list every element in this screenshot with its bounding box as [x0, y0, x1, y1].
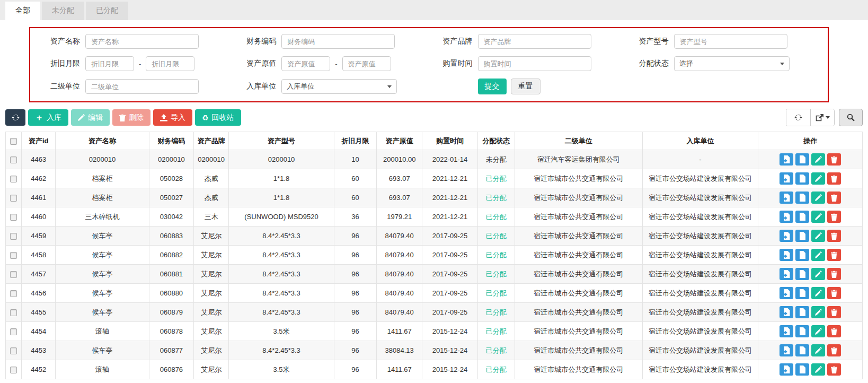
tab-assigned[interactable]: 已分配 [86, 2, 128, 20]
detail-row-button[interactable] [795, 287, 809, 299]
add-storage-button[interactable]: ＋入库 [28, 109, 68, 126]
recycle-bin-button[interactable]: ♻回收站 [195, 109, 241, 126]
edit-row-button[interactable] [811, 325, 825, 337]
detail-row-button[interactable] [795, 172, 809, 185]
cell-storage_unit: 宿迁市公交场站建设发展有限公司 [642, 169, 758, 188]
reset-button[interactable]: 重置 [511, 79, 541, 94]
row-checkbox[interactable] [10, 252, 17, 259]
trash-icon [831, 156, 837, 163]
delete-row-button[interactable] [827, 268, 841, 280]
tab-unassigned[interactable]: 未分配 [42, 2, 84, 20]
delete-row-button[interactable] [827, 211, 841, 223]
edit-button[interactable]: 编辑 [71, 109, 110, 126]
detail-row-button[interactable] [795, 153, 809, 166]
file-export-icon [783, 175, 790, 182]
edit-row-button[interactable] [811, 230, 825, 242]
purchase-time-input[interactable] [478, 56, 591, 71]
detail-row-button[interactable] [795, 363, 809, 376]
delete-button[interactable]: 删除 [112, 109, 150, 126]
table-export-button[interactable] [810, 109, 834, 126]
copy-row-button[interactable] [780, 287, 793, 299]
detail-row-button[interactable] [795, 249, 809, 261]
row-checkbox[interactable] [10, 271, 17, 278]
copy-row-button[interactable] [780, 172, 793, 185]
delete-row-button[interactable] [827, 192, 841, 204]
cell-storage_unit: 宿迁市公交场站建设发展有限公司 [642, 207, 758, 227]
copy-row-button[interactable] [780, 325, 793, 337]
row-checkbox[interactable] [10, 176, 17, 182]
copy-row-button[interactable] [780, 268, 793, 280]
file-export-icon [783, 365, 790, 373]
finance-code-input[interactable] [281, 34, 395, 49]
storage-unit-select[interactable]: 入库单位 [281, 79, 397, 94]
depreciation-max-input[interactable] [146, 56, 194, 71]
cell-original_value: 693.07 [377, 188, 422, 207]
copy-row-button[interactable] [780, 211, 793, 223]
delete-row-button[interactable] [827, 363, 841, 376]
copy-row-button[interactable] [780, 363, 793, 376]
pencil-icon [815, 271, 822, 277]
select-all-checkbox[interactable] [10, 138, 17, 145]
asset-name-input[interactable] [85, 34, 199, 49]
edit-row-button[interactable] [811, 268, 825, 280]
detail-row-button[interactable] [795, 306, 809, 318]
delete-row-button[interactable] [827, 230, 841, 242]
edit-row-button[interactable] [811, 306, 825, 318]
edit-row-button[interactable] [811, 363, 825, 376]
copy-row-button[interactable] [780, 192, 793, 204]
edit-row-button[interactable] [811, 211, 825, 223]
detail-row-button[interactable] [795, 192, 809, 204]
asset-model-input[interactable] [674, 34, 787, 49]
table-search-toggle-button[interactable] [839, 109, 863, 126]
edit-row-button[interactable] [811, 344, 825, 356]
refresh-icon [12, 114, 20, 121]
edit-row-button[interactable] [811, 287, 825, 299]
secondary-unit-input[interactable] [85, 79, 199, 94]
copy-row-button[interactable] [780, 249, 793, 261]
asset-brand-input[interactable] [478, 34, 591, 49]
file-export-icon [783, 270, 790, 278]
delete-row-button[interactable] [827, 172, 841, 185]
row-checkbox[interactable] [10, 290, 17, 297]
row-checkbox[interactable] [10, 328, 17, 335]
copy-row-button[interactable] [780, 153, 793, 166]
delete-row-button[interactable] [827, 153, 841, 166]
import-button[interactable]: 导入 [153, 109, 192, 126]
copy-row-button[interactable] [780, 344, 793, 356]
edit-row-button[interactable] [811, 153, 825, 166]
row-checkbox[interactable] [10, 233, 17, 240]
copy-row-button[interactable] [780, 230, 793, 242]
delete-row-button[interactable] [827, 325, 841, 337]
delete-row-button[interactable] [827, 249, 841, 261]
original-value-min-input[interactable] [281, 56, 330, 71]
delete-row-button[interactable] [827, 306, 841, 318]
edit-row-button[interactable] [811, 172, 825, 185]
row-checkbox[interactable] [10, 214, 17, 221]
detail-row-button[interactable] [795, 268, 809, 280]
cell-secondary_unit: 宿迁市城市公共交通有限公司 [515, 303, 642, 322]
row-checkbox[interactable] [10, 195, 17, 202]
detail-row-button[interactable] [795, 325, 809, 337]
original-value-max-input[interactable] [342, 56, 391, 71]
depreciation-min-input[interactable] [85, 56, 134, 71]
edit-row-button[interactable] [811, 192, 825, 204]
edit-row-button[interactable] [811, 249, 825, 261]
detail-row-button[interactable] [795, 230, 809, 242]
delete-row-button[interactable] [827, 287, 841, 299]
delete-row-button[interactable] [827, 344, 841, 356]
allocate-status-select[interactable]: 选择 [674, 56, 790, 71]
row-checkbox[interactable] [10, 347, 17, 354]
pencil-icon [815, 156, 822, 163]
table-refresh-button[interactable] [786, 109, 810, 126]
row-checkbox[interactable] [10, 367, 17, 373]
row-checkbox[interactable] [10, 309, 17, 316]
detail-row-button[interactable] [795, 344, 809, 356]
cell-status: 已分配 [477, 284, 515, 303]
detail-row-button[interactable] [795, 211, 809, 223]
refresh-button[interactable] [5, 109, 25, 126]
copy-row-button[interactable] [780, 306, 793, 318]
cell-finance_code: 050028 [149, 169, 193, 188]
tab-all[interactable]: 全部 [5, 2, 40, 20]
row-checkbox[interactable] [10, 156, 17, 163]
submit-button[interactable]: 提交 [478, 79, 507, 94]
